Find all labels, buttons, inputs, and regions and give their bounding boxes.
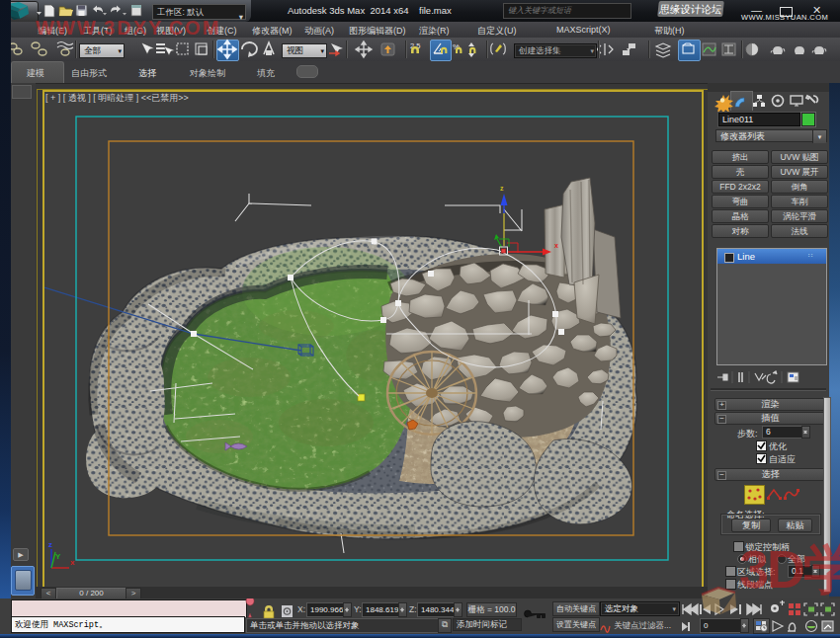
svg-text:z: z [500,185,504,192]
svg-text:z: z [48,540,52,549]
svg-text:x: x [70,558,75,567]
svg-text:x: x [554,242,558,249]
svg-text:[ + ] [ 透视 ] [ 明暗处理 ] <<已禁用>>: [ + ] [ 透视 ] [ 明暗处理 ] <<已禁用>> [45,93,189,103]
svg-text:Y: Y [55,552,61,561]
